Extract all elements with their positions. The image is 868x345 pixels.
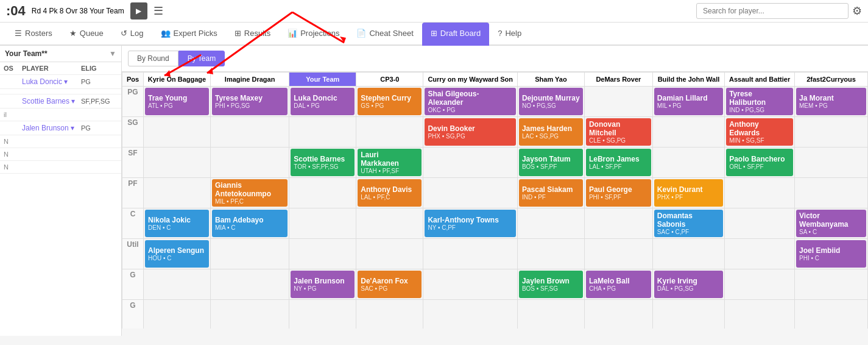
draft-cell[interactable]: Joel EmbiidPHI • C xyxy=(795,239,868,269)
top-bar: :04 Rd 4 Pk 8 Ovr 38 Your Team ▶ ☰ ⚙ xyxy=(0,0,868,23)
player-card-info: IND • PG,SG xyxy=(729,107,790,113)
tab-draft-board[interactable]: ⊞ Draft Board xyxy=(422,23,489,46)
draft-cell xyxy=(795,178,868,208)
col-elig: ELIG xyxy=(81,65,118,72)
draft-cell[interactable]: Ja MorantMEM • PG xyxy=(795,87,868,117)
content-area: By Round By Team Pos Kyrie On Baggage Im… xyxy=(122,46,868,336)
draft-cell xyxy=(356,117,423,148)
draft-cell[interactable]: Tyrese MaxeyPHI • PG,SG xyxy=(211,87,289,117)
tab-cheat-sheet[interactable]: 📄 Cheat Sheet xyxy=(348,23,422,46)
player-card-info: LAL • SF,PF xyxy=(589,163,648,170)
draft-cell[interactable]: Kyrie IrvingDAL • PG,SG xyxy=(652,269,724,300)
draft-cell[interactable]: Damian LillardMIL • PG xyxy=(652,87,724,117)
timer: :04 xyxy=(6,3,26,19)
draft-cell[interactable]: Stephen CurryGS • PG xyxy=(356,87,423,117)
draft-cell[interactable]: James HardenLAC • SG,PG xyxy=(517,117,584,148)
draft-cell[interactable]: Dejounte MurrayNO • PG,SG xyxy=(517,87,584,117)
team-header-john-wall: Build the John Wall xyxy=(652,73,724,87)
player-card-name: Jaylen Brown xyxy=(522,277,580,285)
draft-cell[interactable]: Tyrese HaliburtonIND • PG,SG xyxy=(725,87,795,117)
tab-rosters[interactable]: ☰ Rosters xyxy=(6,23,61,46)
player-card-info: NO • PG,SG xyxy=(522,102,580,109)
tab-expert-picks[interactable]: 👥 Expert Picks xyxy=(152,23,226,46)
player-card-name: Lauri Markkanen xyxy=(361,151,418,168)
team-header-imagine-dragan: Imagine Dragan xyxy=(211,73,289,87)
tab-results[interactable]: ⊞ Results xyxy=(226,23,279,46)
draft-cell[interactable]: Nikola JokicDEN • C xyxy=(144,208,211,239)
draft-cell[interactable]: Anthony EdwardsMIN • SG,SF xyxy=(725,117,795,148)
draft-cell[interactable]: Karl-Anthony TownsNY • C,PF xyxy=(423,208,518,239)
player-card-info: TOR • SF,PF,SG xyxy=(294,163,351,170)
table-row: G xyxy=(122,300,868,329)
draft-cell[interactable]: Luka DoncicDAL • PG xyxy=(289,87,356,117)
player-card-info: DAL • PG xyxy=(294,102,351,109)
player-name[interactable]: Luka Doncic ▾ xyxy=(22,77,81,86)
draft-cell[interactable]: Victor WembanyamaSA • C xyxy=(795,208,868,239)
draft-cell[interactable]: Paul GeorgePHI • SF,PF xyxy=(584,178,652,208)
hamburger-menu[interactable]: ☰ xyxy=(153,4,163,18)
player-card-info: PHX • PF xyxy=(657,194,720,201)
draft-cell[interactable]: Scottie BarnesTOR • SF,PF,SG xyxy=(289,148,356,178)
list-item: N xyxy=(0,148,121,161)
draft-cell xyxy=(584,87,652,117)
team-header-sham-yao: Sham Yao xyxy=(517,73,584,87)
draft-cell xyxy=(725,239,795,269)
play-button[interactable]: ▶ xyxy=(130,2,147,20)
player-card-name: Domantas Sabonis xyxy=(657,212,720,229)
draft-cell[interactable]: Jalen BrunsonNY • PG xyxy=(289,269,356,300)
draft-cell xyxy=(652,239,724,269)
nav-tabs: ☰ Rosters ★ Queue ↺ Log 👥 Expert Picks ⊞… xyxy=(0,23,868,46)
draft-cell[interactable]: Jayson TatumBOS • SF,PF xyxy=(517,148,584,178)
gear-icon[interactable]: ⚙ xyxy=(852,4,862,18)
draft-cell xyxy=(725,269,795,300)
draft-cell[interactable]: Bam AdebayoMIA • C xyxy=(211,208,289,239)
draft-cell[interactable]: Paolo BancheroORL • SF,PF xyxy=(725,148,795,178)
player-card-name: Luka Doncic xyxy=(294,94,351,102)
player-card-name: Paolo Banchero xyxy=(729,155,790,163)
draft-cell[interactable]: LaMelo BallCHA • PG xyxy=(584,269,652,300)
draft-cell[interactable]: Donovan MitchellCLE • SG,PG xyxy=(584,117,652,148)
dropdown-arrow-icon[interactable]: ▼ xyxy=(109,49,116,58)
tab-log[interactable]: ↺ Log xyxy=(112,23,152,46)
table-row: GJalen BrunsonNY • PGDe'Aaron FoxSAC • P… xyxy=(122,269,868,300)
player-name[interactable]: Jalen Brunson ▾ xyxy=(22,124,81,132)
player-card-name: Jayson Tatum xyxy=(522,155,580,163)
draft-cell[interactable]: Kevin DurantPHX • PF xyxy=(652,178,724,208)
draft-cell[interactable]: Pascal SiakamIND • PF xyxy=(517,178,584,208)
draft-cell[interactable]: Devin BookerPHX • SG,PG xyxy=(423,117,518,148)
tab-projections[interactable]: 📊 Projections xyxy=(279,23,348,46)
draft-cell xyxy=(584,300,652,329)
player-card-info: MIL • PG xyxy=(657,102,720,109)
player-card-name: Karl-Anthony Towns xyxy=(428,216,513,224)
draft-cell[interactable]: Trae YoungATL • PG xyxy=(144,87,211,117)
by-round-button[interactable]: By Round xyxy=(128,51,178,66)
team-header-2fast: 2fast2Curryous xyxy=(795,73,868,87)
main-layout: Your Team** ▼ OS PLAYER ELIG Luka Doncic… xyxy=(0,46,868,336)
draft-cell[interactable]: Lauri MarkkanenUTAH • PF,SF xyxy=(356,148,423,178)
draft-cell[interactable]: Alperen SengunHOU • C xyxy=(144,239,211,269)
draft-cell[interactable]: Domantas SabonisSAC • C,PF xyxy=(652,208,724,239)
draft-cell[interactable]: Shai Gilgeous-AlexanderOKC • PG xyxy=(423,87,518,117)
tab-help[interactable]: ? Help xyxy=(489,23,530,46)
draft-cell xyxy=(423,148,518,178)
search-input[interactable] xyxy=(696,3,849,19)
draft-cell[interactable]: LeBron JamesLAL • SF,PF xyxy=(584,148,652,178)
player-card-name: Giannis Antetokounmpo xyxy=(215,181,284,198)
by-team-button[interactable]: By Team xyxy=(178,51,225,66)
draft-cell[interactable]: De'Aaron FoxSAC • PG xyxy=(356,269,423,300)
table-row: SFScottie BarnesTOR • SF,PF,SGLauri Mark… xyxy=(122,148,868,178)
player-name[interactable]: Scottie Barnes ▾ xyxy=(22,97,81,105)
draft-cell xyxy=(423,269,518,300)
player-card-name: Tyrese Haliburton xyxy=(729,90,790,107)
draft-cell xyxy=(144,148,211,178)
player-card-name: Bam Adebayo xyxy=(215,216,284,224)
draft-cell[interactable]: Giannis AntetokounmpoMIL • PF,C xyxy=(211,178,289,208)
table-row: CNikola JokicDEN • CBam AdebayoMIA • CKa… xyxy=(122,208,868,239)
player-card-info: ATL • PG xyxy=(148,102,206,109)
tab-queue[interactable]: ★ Queue xyxy=(61,23,112,46)
draft-board-table: Pos Kyrie On Baggage Imagine Dragan Your… xyxy=(122,72,868,329)
player-card-info: PHI • SF,PF xyxy=(589,194,648,201)
draft-cell[interactable]: Jaylen BrownBOS • SF,SG xyxy=(517,269,584,300)
draft-cell[interactable]: Anthony DavisLAL • PF,C xyxy=(356,178,423,208)
table-row: UtilAlperen SengunHOU • CJoel EmbiidPHI … xyxy=(122,239,868,269)
